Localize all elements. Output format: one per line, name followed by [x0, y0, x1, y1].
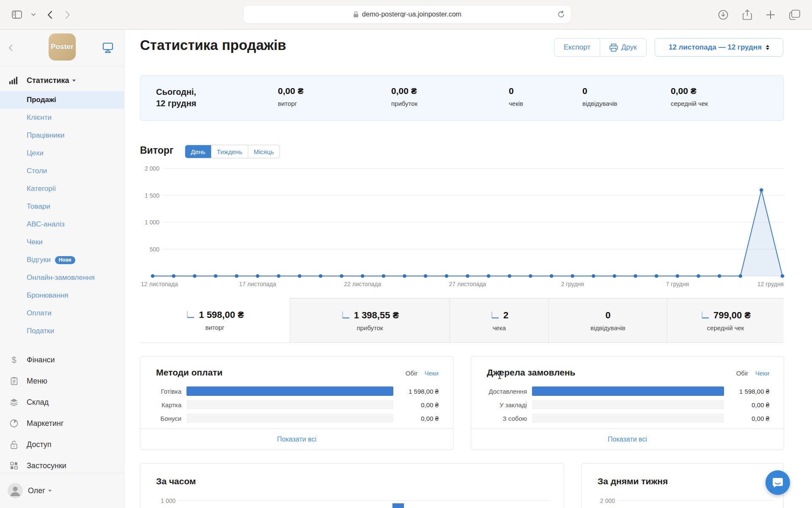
select-arrows-icon	[766, 45, 769, 50]
today-stat-revenue: 0,00 ₴виторг	[278, 86, 304, 107]
statistics-submenu: Продажі Клієнти Працівники Цехи Столи Ка…	[0, 91, 124, 340]
sidebar-item-receipts[interactable]: Чеки	[0, 233, 124, 251]
today-stat-avg-receipt: 0,00 ₴середній чек	[671, 86, 708, 107]
tab-month[interactable]: Місяць	[248, 145, 280, 158]
lock-icon	[353, 11, 359, 18]
text-cursor	[497, 370, 502, 381]
turnover-toggle[interactable]: Обіг	[736, 370, 749, 377]
bar-chart-icon	[9, 77, 18, 84]
export-print-group: Експорт Друк	[554, 38, 647, 57]
sidebar-section-statistics[interactable]: Статистика	[0, 73, 124, 88]
metric-row-in-house: У закладі 0,00 ₴	[487, 398, 769, 411]
sidebar-item-label: Меню	[27, 377, 47, 386]
date-range-select[interactable]: 12 листопада — 12 грудня	[655, 38, 783, 57]
show-all-link[interactable]: Показати всі	[277, 436, 316, 443]
revenue-chart: 5001 0001 5002 00012 листопада17 листопа…	[140, 165, 785, 289]
sidebar-item-label: Категорії	[27, 185, 56, 193]
svg-text:2 000: 2 000	[145, 165, 159, 172]
sidebar-item-sales[interactable]: Продажі	[0, 91, 124, 109]
svg-text:500: 500	[150, 246, 160, 253]
collapse-sidebar-icon[interactable]	[8, 44, 13, 51]
metric-row-card: Картка 0,00 ₴	[156, 398, 439, 411]
summary-visitors[interactable]: 0 відвідувачів	[549, 298, 667, 342]
card-title: Методи оплати	[156, 367, 222, 378]
sidebar-item-reviews[interactable]: ВідгукиНове	[0, 251, 124, 269]
chat-widget-button[interactable]	[765, 470, 790, 495]
print-button[interactable]: Друк	[600, 39, 646, 56]
sidebar-item-abc-analysis[interactable]: АВС-аналіз	[0, 215, 124, 233]
today-stat-profit: 0,00 ₴прибуток	[391, 86, 417, 107]
receipts-toggle[interactable]: Чеки	[425, 370, 439, 377]
sidebar-item-label: Продажі	[27, 96, 56, 104]
new-tab-icon[interactable]	[766, 11, 775, 19]
tab-week[interactable]: Тиждень	[211, 145, 248, 158]
tab-day[interactable]: День	[185, 145, 211, 158]
sidebar-item-categories[interactable]: Категорії	[0, 180, 124, 198]
reload-icon[interactable]	[557, 10, 565, 19]
today-stat-receipts: 0чеків	[509, 86, 523, 107]
export-button[interactable]: Експорт	[554, 39, 600, 56]
pie-chart-icon	[9, 419, 19, 428]
sidebar-item-label: Бронювання	[27, 291, 68, 300]
mini-chart-icon	[490, 311, 499, 320]
chevron-down-icon	[72, 80, 76, 82]
svg-text:1 500: 1 500	[145, 192, 159, 199]
browser-back-button[interactable]	[47, 11, 52, 19]
metric-row-bonus: Бонуси 0,00 ₴	[156, 411, 439, 425]
sidebar-menu-chevron-icon[interactable]	[31, 13, 36, 16]
sidebar-item-employees[interactable]: Працівники	[0, 127, 124, 144]
address-bar[interactable]: demo-posterqr-ua.joinposter.com	[243, 5, 571, 24]
sidebar-item-marketing[interactable]: Маркетинг	[0, 413, 124, 434]
page-title: Статистика продажів	[140, 37, 286, 53]
sidebar-item-menu[interactable]: Меню	[0, 370, 124, 392]
tab-overview-icon[interactable]	[789, 10, 800, 20]
sidebar-item-products[interactable]: Товари	[0, 198, 124, 215]
sidebar-item-label: Доступ	[27, 440, 52, 449]
mini-chart-icon	[186, 310, 195, 320]
metric-row-takeaway: З собою 0,00 ₴	[487, 411, 769, 425]
sidebar-item-warehouse[interactable]: Склад	[0, 392, 124, 413]
sidebar-item-clients[interactable]: Клієнти	[0, 109, 124, 127]
bar-track	[532, 414, 724, 423]
url-text: demo-posterqr-ua.joinposter.com	[362, 11, 461, 18]
user-menu[interactable]: Олег	[0, 473, 124, 508]
sidebar-toggle-icon[interactable]	[12, 11, 22, 19]
sidebar-item-label: Онлайн-замовлення	[27, 273, 95, 282]
show-all-link[interactable]: Показати всі	[608, 436, 647, 443]
svg-text:12 грудня: 12 грудня	[757, 281, 784, 287]
summary-profit[interactable]: 1 398,55 ₴ прибуток	[290, 298, 450, 342]
summary-receipts[interactable]: 2 чека	[450, 298, 549, 342]
sidebar-item-label: Застосунки	[27, 461, 66, 470]
bar-fill	[187, 387, 393, 396]
statistics-label: Статистика	[27, 76, 69, 85]
print-label: Друк	[621, 43, 637, 52]
export-label: Експорт	[564, 43, 590, 52]
bar	[392, 503, 404, 508]
svg-text:2 грудня: 2 грудня	[561, 281, 584, 287]
dollar-icon: $	[9, 355, 19, 365]
sidebar-item-workshops[interactable]: Цехи	[0, 144, 124, 162]
summary-avg-receipt[interactable]: 799,00 ₴ середній чек	[667, 298, 784, 342]
sidebar-item-tables[interactable]: Столи	[0, 162, 124, 180]
turnover-toggle[interactable]: Обіг	[406, 370, 418, 377]
sidebar-item-access[interactable]: Доступ	[0, 434, 124, 455]
downloads-icon[interactable]	[718, 10, 728, 20]
y-axis-label: 2 000	[590, 497, 615, 504]
sidebar-item-reservations[interactable]: Бронювання	[0, 287, 124, 304]
lock-open-icon	[9, 440, 19, 449]
sidebar-item-finance[interactable]: $ Фінанси	[0, 349, 124, 370]
printer-icon	[609, 44, 618, 52]
sidebar-item-label: Товари	[27, 202, 50, 211]
sidebar-item-label: Цехи	[27, 149, 44, 157]
gridline	[618, 500, 774, 501]
receipts-toggle[interactable]: Чеки	[755, 370, 769, 377]
browser-forward-button[interactable]	[65, 11, 70, 19]
summary-revenue[interactable]: 1 598,00 ₴ виторг	[140, 298, 290, 342]
share-icon[interactable]	[743, 9, 752, 20]
terminal-icon[interactable]	[102, 41, 114, 54]
sidebar-item-taxes[interactable]: Податки	[0, 322, 124, 340]
poster-logo[interactable]: Poster	[49, 33, 76, 61]
sidebar-item-online-orders[interactable]: Онлайн-замовлення	[0, 269, 124, 287]
sidebar-nav: Статистика Продажі Клієнти Працівники Це…	[0, 73, 124, 476]
sidebar-item-payments[interactable]: Оплати	[0, 304, 124, 322]
